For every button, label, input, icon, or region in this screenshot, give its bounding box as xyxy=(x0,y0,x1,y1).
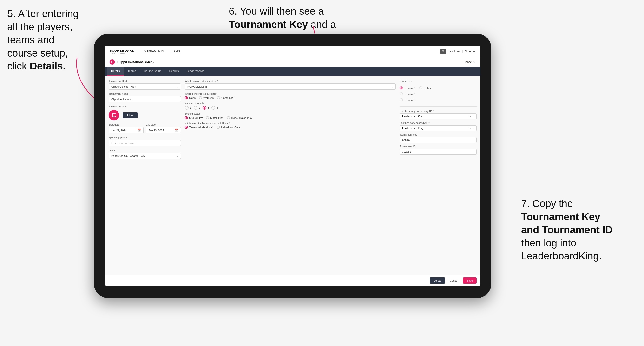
rounds-radio-group: 1 2 3 4 xyxy=(185,106,396,110)
tab-leaderboards[interactable]: Leaderboards xyxy=(182,67,208,76)
format-other-circle xyxy=(419,86,422,89)
api-live-label: Use third-party live scoring API? xyxy=(400,110,476,113)
tab-teams[interactable]: Teams xyxy=(124,67,140,76)
api-live-group: Use third-party live scoring API? Leader… xyxy=(400,110,476,119)
tournament-name-label: Tournament name xyxy=(108,93,181,95)
scoring-medal-circle xyxy=(227,116,230,119)
gender-combined[interactable]: Combined xyxy=(217,96,233,99)
tournament-name-input[interactable]: Clippd Invitational xyxy=(108,96,181,102)
gender-mens-circle xyxy=(185,96,188,99)
middle-col: Which division is the event for? NCAA Di… xyxy=(185,80,396,271)
teams-individuals-circle xyxy=(217,126,220,129)
logo-icon: C xyxy=(108,110,119,121)
save-button[interactable]: Save xyxy=(463,277,476,284)
tournament-cancel[interactable]: Cancel ✕ xyxy=(463,60,476,64)
tablet-frame: SCOREBOARD Powered by clippd TOURNAMENTS… xyxy=(94,34,491,298)
nav-right: SI Test User | Sign out xyxy=(440,49,476,54)
gender-mens[interactable]: Mens xyxy=(185,96,196,99)
annotation-br-line2: Tournament Keyand Tournament ID xyxy=(521,211,613,236)
venue-group: Venue Peachtree GC - Atlanta - GA ⌄ xyxy=(108,149,181,159)
format-6count4[interactable]: 6 count 4 xyxy=(400,92,416,95)
divider1 xyxy=(400,106,476,107)
main-content: Tournament Host Clippd College - Men ⌄ T… xyxy=(105,76,480,275)
gender-combined-circle xyxy=(217,96,220,99)
tab-results[interactable]: Results xyxy=(165,67,182,76)
rounds-2[interactable]: 2 xyxy=(194,106,200,110)
division-arrow: ⌄ xyxy=(391,85,393,88)
nav-links: TOURNAMENTS TEAMS xyxy=(142,49,440,54)
nav-tournaments[interactable]: TOURNAMENTS xyxy=(142,49,164,54)
teams-individuals[interactable]: Individuals Only xyxy=(217,126,240,129)
tab-details[interactable]: Details xyxy=(107,67,124,76)
scoring-stroke[interactable]: Stroke Play xyxy=(185,116,202,119)
tournament-id-label: Tournament ID xyxy=(400,145,476,148)
format-6c5-circle xyxy=(400,98,403,101)
annotation-line2: all the players, xyxy=(7,21,72,32)
format-6c4-circle xyxy=(400,92,403,95)
cancel-button[interactable]: Cancel xyxy=(448,277,460,284)
round-1-circle xyxy=(185,106,188,110)
scoring-match[interactable]: Match Play xyxy=(206,116,223,119)
tournament-host-input[interactable]: Clippd College - Men ⌄ xyxy=(108,83,181,90)
bottom-bar: Delete Cancel Save xyxy=(105,275,480,286)
start-date-group: Start date Jan 21, 2024 📅 xyxy=(108,123,144,134)
tournament-host-label: Tournament Host xyxy=(108,80,181,82)
gender-womens-circle xyxy=(199,96,202,99)
division-input[interactable]: NCAA Division III ⌄ xyxy=(185,83,396,90)
logo-upload-area: C Upload xyxy=(108,110,181,121)
tab-course-setup[interactable]: Course Setup xyxy=(140,67,165,76)
division-group: Which division is the event for? NCAA Di… xyxy=(185,80,396,90)
scoring-stroke-circle xyxy=(185,116,188,119)
left-col: Tournament Host Clippd College - Men ⌄ T… xyxy=(108,80,181,271)
format-other[interactable]: Other xyxy=(419,86,431,89)
calendar-icon-end: 📅 xyxy=(175,129,178,132)
sponsor-group: Sponsor (optional) Enter sponsor name xyxy=(108,136,181,146)
gender-womens[interactable]: Womens xyxy=(199,96,214,99)
calendar-icon: 📅 xyxy=(138,129,141,132)
gender-group: Which gender is the event for? Mens Wome… xyxy=(185,93,396,99)
api-live2-clear[interactable]: ✕ ⌄ xyxy=(470,127,474,130)
annotation-line3: teams and xyxy=(7,34,54,45)
gender-label: Which gender is the event for? xyxy=(185,93,396,95)
start-date-input[interactable]: Jan 21, 2024 📅 xyxy=(108,127,144,134)
scoring-medal[interactable]: Medal Match Play xyxy=(227,116,252,119)
nav-teams[interactable]: TEAMS xyxy=(170,49,180,54)
date-row: Start date Jan 21, 2024 📅 End date Jan 2… xyxy=(108,123,181,134)
end-date-input[interactable]: Jan 23, 2024 📅 xyxy=(146,127,181,134)
rounds-1[interactable]: 1 xyxy=(185,106,191,110)
annotation-line1: 5. After entering xyxy=(7,8,79,19)
rounds-4[interactable]: 4 xyxy=(212,106,218,110)
api-live2-input[interactable]: Leaderboard King ✕ ⌄ xyxy=(400,125,476,131)
start-date-label: Start date xyxy=(108,123,144,126)
tournament-name-group: Tournament name Clippd Invitational xyxy=(108,93,181,102)
venue-input[interactable]: Peachtree GC - Atlanta - GA ⌄ xyxy=(108,153,181,159)
tournament-key-group: Tournament Key 6ef6b7 xyxy=(400,134,476,143)
upload-button[interactable]: Upload xyxy=(122,112,138,118)
delete-button[interactable]: Delete xyxy=(430,277,445,284)
scoring-radio-group: Stroke Play Match Play Medal Match Play xyxy=(185,116,396,119)
venue-label: Venue xyxy=(108,149,181,152)
tab-bar: Details Teams Course Setup Results Leade… xyxy=(105,67,480,76)
scoring-label: Scoring system xyxy=(185,113,396,115)
api-live-input[interactable]: Leaderboard King ✕ ⌄ xyxy=(400,114,476,119)
tournament-logo-label: Tournament logo xyxy=(108,105,181,108)
round-4-circle xyxy=(212,106,215,110)
api-live-clear[interactable]: ✕ ⌄ xyxy=(470,115,474,118)
format-5count4[interactable]: 5 count 4 xyxy=(400,86,416,89)
sponsor-label: Sponsor (optional) xyxy=(108,136,181,139)
annotation-line5: click Details. xyxy=(7,60,66,72)
rounds-3[interactable]: 3 xyxy=(202,106,209,110)
teams-teams[interactable]: Teams (+Individuals) xyxy=(185,126,214,129)
venue-dropdown-arrow: ⌄ xyxy=(176,155,178,157)
format-6count5[interactable]: 6 count 5 xyxy=(400,98,416,101)
scoring-group: Scoring system Stroke Play Match Play xyxy=(185,113,396,119)
division-label: Which division is the event for? xyxy=(185,80,396,82)
logo-text: SCOREBOARD xyxy=(110,49,135,52)
teams-teams-circle xyxy=(185,126,188,129)
tournament-id-value: 302051 xyxy=(400,149,476,155)
annotation-tr-line1: 6. You will then see a xyxy=(229,5,324,17)
nav-signout[interactable]: Sign out xyxy=(465,50,476,53)
format-5c4-circle xyxy=(400,86,403,89)
sponsor-input[interactable]: Enter sponsor name xyxy=(108,140,181,146)
tournament-logo-group: Tournament logo C Upload xyxy=(108,105,181,121)
